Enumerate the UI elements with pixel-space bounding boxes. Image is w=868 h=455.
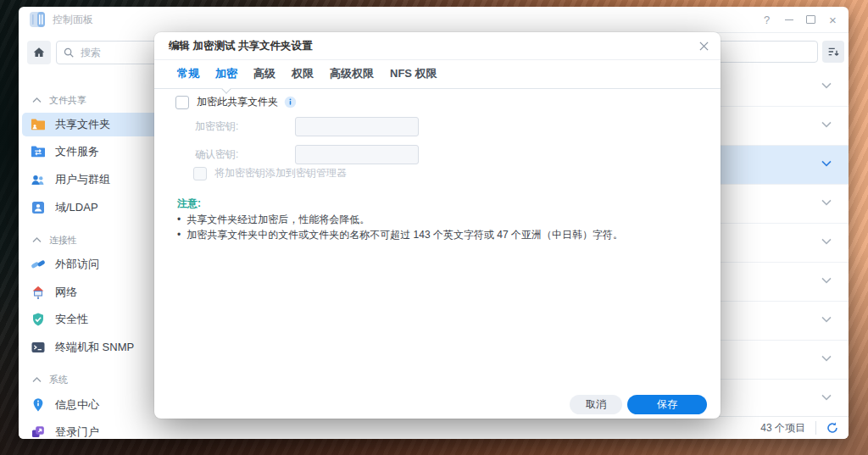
file-services-icon <box>31 144 46 159</box>
tab-advanced-permissions[interactable]: 高级权限 <box>330 59 374 88</box>
item-count: 43 个项目 <box>760 421 805 436</box>
sidebar-item-network[interactable]: 网络 <box>22 280 164 304</box>
key-manager-label: 将加密密钥添加到密钥管理器 <box>214 166 347 180</box>
chevron-down-icon[interactable] <box>821 199 832 206</box>
sort-button[interactable] <box>822 41 844 63</box>
sidebar-section-file-sharing[interactable]: 文件共享 <box>19 93 167 107</box>
sidebar-item-label: 共享文件夹 <box>55 117 110 132</box>
chevron-down-icon[interactable] <box>821 355 832 362</box>
footer-divider <box>815 421 816 435</box>
home-button[interactable] <box>27 41 51 64</box>
sidebar-item-label: 用户与群组 <box>55 172 110 187</box>
window-title: 控制面板 <box>53 13 93 27</box>
encrypt-key-input <box>295 117 419 136</box>
confirm-key-input <box>295 145 419 164</box>
minimize-button[interactable] <box>782 13 796 27</box>
list-search-box[interactable]: 索 <box>706 41 818 63</box>
sidebar-item-label: 域/LDAP <box>55 200 98 215</box>
maximize-button[interactable] <box>804 13 818 27</box>
users-icon <box>31 172 46 187</box>
chevron-down-icon[interactable] <box>821 121 832 128</box>
sidebar-item-file-services[interactable]: 文件服务 <box>22 140 164 164</box>
titlebar: 控制面板 ? × <box>19 7 849 33</box>
sidebar-item-label: 信息中心 <box>55 397 99 413</box>
tab-encryption[interactable]: 加密 <box>215 59 237 88</box>
sidebar-item-user-group[interactable]: 用户与群组 <box>22 168 164 191</box>
sidebar-item-terminal-snmp[interactable]: 终端机和 SNMP <box>22 336 164 359</box>
chevron-down-icon[interactable] <box>821 82 832 89</box>
sidebar: 文件共享 共享文件夹 文件服务 <box>19 32 168 439</box>
chevron-up-icon <box>32 97 42 103</box>
search-icon <box>63 47 75 58</box>
chevron-down-icon[interactable] <box>821 160 832 167</box>
chevron-down-icon[interactable] <box>821 394 832 401</box>
sidebar-item-label: 登录门户 <box>55 424 99 439</box>
sidebar-item-shared-folder[interactable]: 共享文件夹 <box>22 113 164 136</box>
sidebar-item-info-center[interactable]: 信息中心 <box>22 393 164 417</box>
sidebar-item-label: 安全性 <box>55 312 88 327</box>
edit-shared-folder-dialog: 编辑 加密测试 共享文件夹设置 常规 加密 高级 权限 高级权限 NFS 权限 … <box>154 32 721 419</box>
sidebar-item-label: 网络 <box>55 285 77 300</box>
tab-advanced[interactable]: 高级 <box>253 59 275 88</box>
save-button[interactable]: 保存 <box>627 395 707 414</box>
dialog-header: 编辑 加密测试 共享文件夹设置 <box>154 32 721 60</box>
tab-nfs-permissions[interactable]: NFS 权限 <box>390 59 437 88</box>
sidebar-item-domain-ldap[interactable]: 域/LDAP <box>22 196 164 219</box>
section-label: 文件共享 <box>49 94 86 107</box>
search-input[interactable] <box>79 46 150 59</box>
minimize-icon <box>785 19 793 20</box>
close-icon <box>699 42 709 51</box>
sidebar-item-external-access[interactable]: 外部访问 <box>22 252 164 276</box>
terminal-icon <box>31 340 46 355</box>
shield-check-icon <box>31 312 46 327</box>
dialog-close-button[interactable] <box>698 40 709 52</box>
domain-ldap-icon <box>31 200 46 215</box>
encryption-tab-content: 加密此共享文件夹 加密密钥: 确认密钥: 将加密密钥添加到密钥管理器 注意: 共… <box>154 88 721 371</box>
sidebar-item-label: 文件服务 <box>55 144 99 159</box>
help-button[interactable]: ? <box>760 13 774 27</box>
note-title: 注意: <box>177 197 201 211</box>
info-icon[interactable] <box>284 96 297 108</box>
sort-icon <box>826 45 840 58</box>
sidebar-item-login-portal[interactable]: 登录门户 <box>22 420 164 439</box>
sidebar-item-label: 外部访问 <box>55 257 99 272</box>
sidebar-item-security[interactable]: 安全性 <box>22 308 164 331</box>
refresh-button[interactable] <box>825 420 840 436</box>
encrypt-key-label: 加密密钥: <box>195 119 290 134</box>
sidebar-section-system[interactable]: 系统 <box>19 373 167 386</box>
encrypt-folder-checkbox[interactable] <box>175 96 189 109</box>
chevron-down-icon[interactable] <box>821 277 832 284</box>
control-panel-app-icon <box>29 11 46 28</box>
info-center-icon <box>31 397 46 413</box>
network-icon <box>31 285 46 300</box>
chevron-down-icon[interactable] <box>821 238 832 245</box>
desktop: 控制面板 ? × <box>0 0 868 455</box>
chevron-up-icon <box>32 376 42 383</box>
section-label: 系统 <box>49 374 68 386</box>
note-line: 加密共享文件夹中的文件或文件夹的名称不可超过 143 个英文字符或 47 个亚洲… <box>177 228 623 242</box>
key-manager-checkbox <box>193 167 207 180</box>
confirm-key-label: 确认密钥: <box>195 147 290 162</box>
dialog-title: 编辑 加密测试 共享文件夹设置 <box>169 39 312 53</box>
login-portal-icon <box>31 424 46 439</box>
chevron-up-icon <box>32 236 42 243</box>
cancel-button[interactable]: 取消 <box>570 395 622 414</box>
sidebar-item-label: 终端机和 SNMP <box>55 340 134 355</box>
maximize-icon <box>806 15 815 24</box>
shared-folder-icon <box>31 117 46 132</box>
close-window-button[interactable]: × <box>826 13 840 27</box>
note-line: 共享文件夹经过加密后，性能将会降低。 <box>177 213 370 227</box>
list-footer: 43 个项目 <box>167 416 849 439</box>
section-label: 连接性 <box>49 234 77 247</box>
refresh-icon <box>826 421 839 435</box>
sidebar-section-connectivity[interactable]: 连接性 <box>19 233 167 247</box>
sidebar-search[interactable] <box>56 41 163 64</box>
dialog-tabs: 常规 加密 高级 权限 高级权限 NFS 权限 <box>154 59 721 89</box>
tab-permissions[interactable]: 权限 <box>292 59 314 88</box>
encrypt-folder-label: 加密此共享文件夹 <box>197 95 278 109</box>
tab-general[interactable]: 常规 <box>177 59 199 88</box>
home-icon <box>32 46 46 59</box>
external-access-icon <box>31 257 46 272</box>
chevron-down-icon[interactable] <box>821 316 832 323</box>
